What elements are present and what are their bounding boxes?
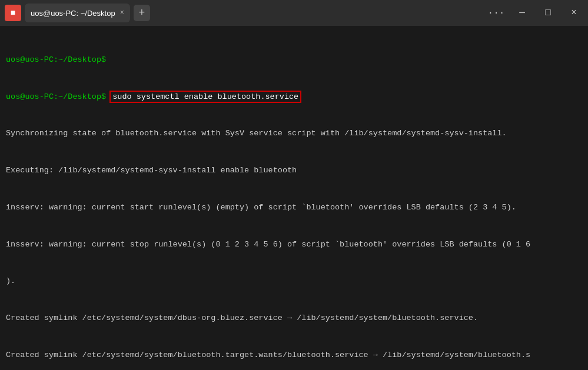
window-controls: ··· — □ ×	[487, 4, 583, 22]
new-tab-icon: +	[138, 8, 145, 18]
terminal-line-6: insserv: warning: current stop runlevel(…	[6, 239, 582, 251]
app-icon-label: ■	[11, 9, 15, 17]
close-window-button[interactable]: ×	[564, 4, 583, 22]
new-tab-button[interactable]: +	[134, 5, 150, 21]
command-1: sudo systemctl enable bluetooth.service	[111, 92, 300, 102]
terminal-line-7: ).	[6, 275, 582, 288]
terminal-line-1: uos@uos-PC:~/Desktop$	[6, 54, 582, 66]
terminal-line-9: Created symlink /etc/systemd/system/blue…	[6, 349, 582, 362]
terminal-tab[interactable]: uos@uos-PC: ~/Desktop ×	[25, 4, 130, 22]
terminal-content[interactable]: uos@uos-PC:~/Desktop$ uos@uos-PC:~/Deskt…	[0, 26, 588, 370]
terminal-line-4: Executing: /lib/systemd/systemd-sysv-ins…	[6, 165, 582, 177]
minimize-button[interactable]: —	[513, 4, 531, 22]
app-icon[interactable]: ■	[5, 5, 21, 21]
terminal-line-2: uos@uos-PC:~/Desktop$ sudo systemctl ena…	[6, 91, 582, 104]
tab-label: uos@uos-PC: ~/Desktop	[31, 9, 115, 18]
tab-close-icon[interactable]: ×	[120, 9, 124, 17]
terminal-line-8: Created symlink /etc/systemd/system/dbus…	[6, 312, 582, 325]
prompt-1: uos@uos-PC:~/Desktop$	[6, 55, 106, 64]
prompt-2: uos@uos-PC:~/Desktop$	[6, 92, 106, 101]
menu-button[interactable]: ···	[487, 4, 506, 22]
maximize-button[interactable]: □	[539, 4, 557, 22]
terminal-line-5: insserv: warning: current start runlevel…	[6, 202, 582, 214]
titlebar: ■ uos@uos-PC: ~/Desktop × + ··· — □ ×	[0, 0, 588, 26]
terminal-line-3: Synchronizing state of bluetooth.service…	[6, 128, 582, 140]
